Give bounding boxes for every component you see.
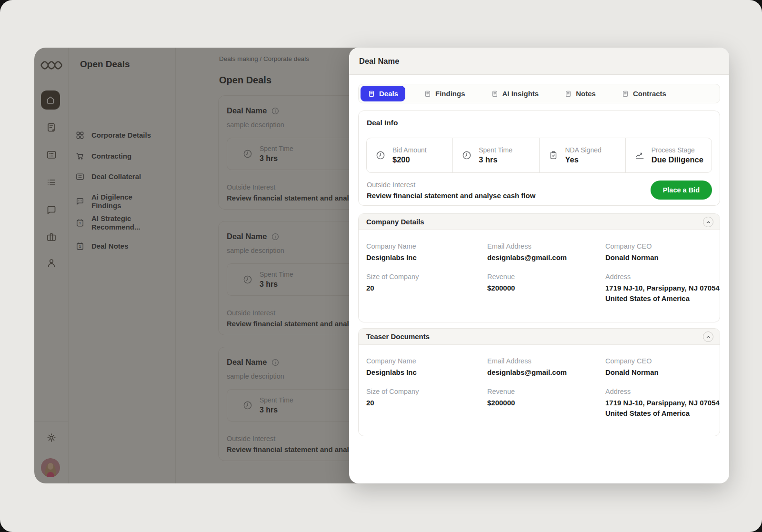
- tab-label: Deals: [379, 90, 398, 98]
- section-fields: Company Name Designlabs Inc Email Addres…: [359, 345, 720, 425]
- field-value-line2: United States of America: [605, 409, 720, 417]
- place-a-bid-button[interactable]: Place a Bid: [651, 181, 712, 200]
- collapse-section-button[interactable]: [703, 217, 713, 227]
- stat-value: Due Diligence: [652, 155, 703, 164]
- field-label: Company Name: [366, 242, 487, 250]
- stat-label: NDA Signed: [565, 146, 602, 154]
- field-label: Company CEO: [605, 357, 720, 365]
- file-text-icon: [622, 90, 629, 98]
- outside-interest-value: Review financial statement and analyse c…: [367, 191, 535, 200]
- tab-notes[interactable]: Notes: [557, 86, 603, 101]
- deal-info-stats: Bid Amount$200 Spent Time3 hrs NDA Signe…: [366, 138, 712, 173]
- section-fields: Company Name Designlabs Inc Email Addres…: [359, 230, 720, 310]
- field-company-name: Company Name Designlabs Inc: [366, 357, 487, 376]
- field-address: Address 1719 NJ-10, Parsippany, NJ 07054…: [605, 388, 720, 417]
- chevron-up-icon: [705, 219, 712, 225]
- field-value: Designlabs Inc: [366, 368, 487, 376]
- section-header: Company Details: [359, 214, 720, 230]
- file-text-icon: [368, 90, 375, 98]
- field-value: Donald Norman: [605, 253, 720, 261]
- deal-info-title: Deal Info: [367, 119, 398, 127]
- stat-value: Yes: [565, 155, 579, 164]
- trend-icon: [634, 150, 645, 161]
- field-company-ceo: Company CEO Donald Norman: [605, 357, 720, 376]
- field-label: Email Address: [487, 242, 605, 250]
- stat-spent-time: Spent Time3 hrs: [452, 138, 539, 172]
- field-revenue: Revenue $200000: [487, 273, 605, 302]
- chevron-up-icon: [705, 334, 712, 340]
- field-value: Donald Norman: [605, 368, 720, 376]
- file-text-icon: [491, 90, 499, 98]
- deal-detail-panel: Deal Name Deals Findings AI Insights: [349, 48, 729, 483]
- field-email-address: Email Address designlabs@gmail.com: [487, 242, 605, 261]
- field-value: $200000: [487, 399, 605, 407]
- screen: Open Deals Corporate Details Contracting: [0, 0, 762, 532]
- stat-value: 3 hrs: [479, 155, 497, 164]
- field-value: $200000: [487, 284, 605, 292]
- stat-nda-signed: NDA SignedYes: [539, 138, 625, 172]
- field-label: Revenue: [487, 388, 605, 395]
- field-size-of-company: Size of Company 20: [366, 273, 487, 302]
- field-company-name: Company Name Designlabs Inc: [366, 242, 487, 261]
- field-label: Email Address: [487, 357, 605, 365]
- tab-ai-insights[interactable]: AI Insights: [484, 86, 546, 101]
- tab-contracts[interactable]: Contracts: [614, 86, 673, 101]
- tab-findings[interactable]: Findings: [417, 86, 472, 101]
- section-title: Company Details: [366, 218, 424, 226]
- file-text-icon: [424, 90, 431, 98]
- field-label: Size of Company: [366, 273, 487, 281]
- tab-label: Contracts: [633, 90, 666, 98]
- panel-title: Deal Name: [359, 57, 399, 66]
- stat-bid-amount: Bid Amount$200: [367, 138, 452, 172]
- field-value: 1719 NJ-10, Parsippany, NJ 07054,: [605, 284, 720, 292]
- clock-icon: [461, 150, 472, 161]
- field-company-ceo: Company CEO Donald Norman: [605, 242, 720, 261]
- field-label: Address: [605, 388, 720, 395]
- stat-label: Spent Time: [479, 146, 512, 154]
- field-size-of-company: Size of Company 20: [366, 388, 487, 417]
- file-text-icon: [564, 90, 572, 98]
- field-value-line2: United States of America: [605, 294, 720, 302]
- tab-deals[interactable]: Deals: [361, 86, 405, 101]
- field-address: Address 1719 NJ-10, Parsippany, NJ 07054…: [605, 273, 720, 302]
- stat-label: Process Stage: [652, 146, 703, 154]
- field-value: Designlabs Inc: [366, 253, 487, 261]
- clipboard-check-icon: [548, 150, 559, 161]
- field-label: Company Name: [366, 357, 487, 365]
- panel-header: Deal Name: [349, 48, 729, 75]
- field-value: 20: [366, 399, 487, 407]
- field-label: Company CEO: [605, 242, 720, 250]
- field-value: designlabs@gmail.com: [487, 253, 605, 261]
- field-revenue: Revenue $200000: [487, 388, 605, 417]
- field-label: Revenue: [487, 273, 605, 281]
- tab-label: Findings: [435, 90, 465, 98]
- section-title: Teaser Documents: [366, 332, 430, 341]
- collapse-section-button[interactable]: [703, 331, 713, 342]
- tab-bar: Deals Findings AI Insights Notes: [358, 84, 720, 103]
- clock-icon: [375, 150, 386, 161]
- field-value: 20: [366, 284, 487, 292]
- stat-process-stage: Process StageDue Diligence: [625, 138, 712, 172]
- stat-value: $200: [392, 155, 410, 164]
- deal-info-card: Deal Info Bid Amount$200 Spent Time3 hrs: [358, 110, 720, 206]
- company-details-section: Company Details Company Name Designlabs …: [358, 213, 720, 322]
- field-value: designlabs@gmail.com: [487, 368, 605, 376]
- field-label: Size of Company: [366, 388, 487, 395]
- tab-label: AI Insights: [502, 90, 539, 98]
- tab-label: Notes: [576, 90, 596, 98]
- section-header: Teaser Documents: [359, 329, 720, 345]
- field-email-address: Email Address designlabs@gmail.com: [487, 357, 605, 376]
- field-value: 1719 NJ-10, Parsippany, NJ 07054,: [605, 399, 720, 407]
- field-label: Address: [605, 273, 720, 281]
- stat-label: Bid Amount: [392, 146, 427, 154]
- outside-interest-label: Outside Interest: [367, 181, 415, 189]
- teaser-documents-section: Teaser Documents Company Name Designlabs…: [358, 328, 720, 436]
